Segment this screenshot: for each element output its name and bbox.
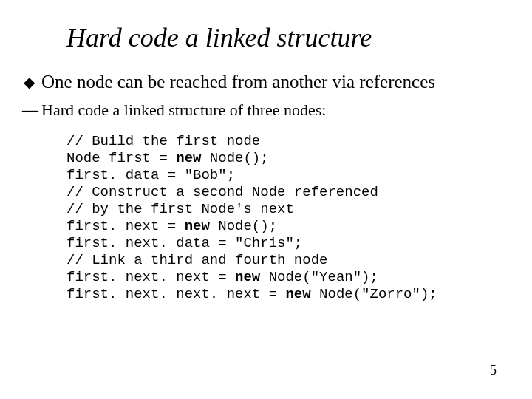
code-line: first. next = new Node(); xyxy=(66,218,277,234)
code-text: first. next. data = "Chris"; xyxy=(66,235,302,251)
code-line: // by the first Node's next xyxy=(66,201,294,217)
code-text: // Build the first node xyxy=(66,133,260,149)
subbullet-item: — Hard code a linked structure of three … xyxy=(22,100,502,120)
code-line: // Construct a second Node referenced xyxy=(66,184,378,200)
code-line: // Link a third and fourth node xyxy=(66,252,327,268)
code-line: first. next. data = "Chris"; xyxy=(66,235,302,251)
code-keyword: new xyxy=(285,286,310,302)
page-number: 5 xyxy=(490,363,497,378)
subbullet-text: Hard code a linked structure of three no… xyxy=(41,100,326,120)
code-text: // by the first Node's next xyxy=(66,201,294,217)
code-line: Node first = new Node(); xyxy=(66,150,269,166)
dash-icon: — xyxy=(22,100,35,120)
code-text: Node(); xyxy=(210,218,277,234)
code-line: first. data = "Bob"; xyxy=(66,167,235,183)
code-text: first. data = "Bob"; xyxy=(66,167,235,183)
code-keyword: new xyxy=(185,218,210,234)
slide: Hard code a linked structure ◆ One node … xyxy=(0,0,532,399)
slide-title: Hard code a linked structure xyxy=(66,22,502,53)
code-keyword: new xyxy=(235,269,260,285)
bullet-item: ◆ One node can be reached from another v… xyxy=(22,71,502,93)
code-block: // Build the first node Node first = new… xyxy=(66,133,502,303)
code-text: Node(); xyxy=(201,150,268,166)
code-text: first. next. next. next = xyxy=(66,286,285,302)
code-text: Node first = xyxy=(66,150,176,166)
code-keyword: new xyxy=(176,150,201,166)
bullet-text: One node can be reached from another via… xyxy=(41,71,435,93)
code-text: Node("Zorro"); xyxy=(311,286,437,302)
code-text: first. next. next = xyxy=(66,269,235,285)
code-text: // Link a third and fourth node xyxy=(66,252,327,268)
code-line: first. next. next = new Node("Yean"); xyxy=(66,269,378,285)
diamond-icon: ◆ xyxy=(22,71,35,93)
code-text: Node("Yean"); xyxy=(260,269,378,285)
code-text: first. next = xyxy=(66,218,185,234)
code-text: // Construct a second Node referenced xyxy=(66,184,378,200)
code-line: // Build the first node xyxy=(66,133,260,149)
code-line: first. next. next. next = new Node("Zorr… xyxy=(66,286,437,302)
